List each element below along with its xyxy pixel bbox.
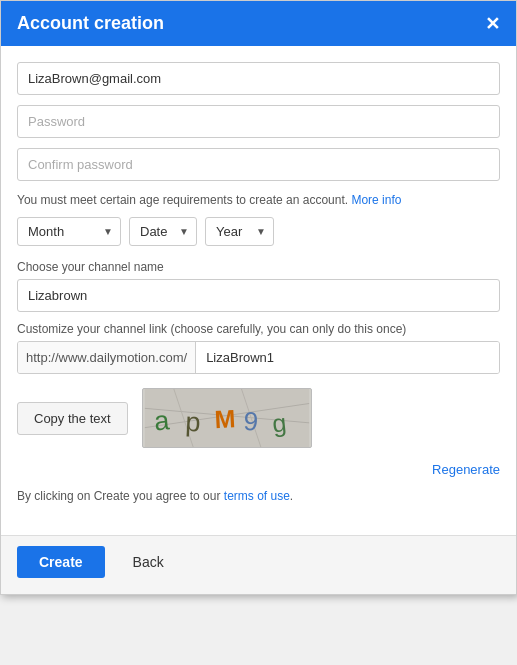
channel-name-wrap: Choose your channel name <box>17 260 500 312</box>
more-info-link[interactable]: More info <box>351 193 401 207</box>
create-button[interactable]: Create <box>17 546 105 578</box>
captcha-image: a p M 9 g <box>142 388 312 448</box>
channel-link-wrap: Customize your channel link (choose care… <box>17 322 500 374</box>
email-field-wrap <box>17 62 500 95</box>
captcha-row: Copy the text a p M 9 <box>17 388 500 448</box>
terms-link[interactable]: terms of use <box>224 489 290 503</box>
svg-text:9: 9 <box>242 406 259 437</box>
dialog-title: Account creation <box>17 13 164 34</box>
dialog-body: You must meet certain age requirements t… <box>1 46 516 535</box>
back-button[interactable]: Back <box>117 546 180 578</box>
channel-name-label: Choose your channel name <box>17 260 500 274</box>
copy-text-button[interactable]: Copy the text <box>17 402 128 435</box>
account-creation-dialog: Account creation ✕ You must meet certain… <box>0 0 517 595</box>
channel-link-input[interactable] <box>196 342 499 373</box>
regenerate-link[interactable]: Regenerate <box>432 462 500 477</box>
channel-name-input[interactable] <box>17 279 500 312</box>
confirm-password-field-wrap <box>17 148 500 181</box>
close-button[interactable]: ✕ <box>485 15 500 33</box>
channel-link-label: Customize your channel link (choose care… <box>17 322 500 336</box>
day-select[interactable]: Date 1234 5678 910 <box>129 217 197 246</box>
svg-text:g: g <box>270 408 287 437</box>
year-select-wrap: Year 200020012002 200320042005 ▼ <box>205 217 274 246</box>
dialog-footer: Create Back <box>1 535 516 594</box>
svg-text:p: p <box>184 407 201 438</box>
terms-period: . <box>290 489 293 503</box>
password-field-wrap <box>17 105 500 138</box>
age-notice: You must meet certain age requirements t… <box>17 191 500 209</box>
terms-prefix: By clicking on Create you agree to our <box>17 489 220 503</box>
year-select[interactable]: Year 200020012002 200320042005 <box>205 217 274 246</box>
channel-link-row: http://www.dailymotion.com/ <box>17 341 500 374</box>
age-notice-text: You must meet certain age requirements t… <box>17 193 348 207</box>
dialog-header: Account creation ✕ <box>1 1 516 46</box>
month-select-wrap: Month JanuaryFebruaryMarch AprilMayJune … <box>17 217 121 246</box>
email-input[interactable] <box>17 62 500 95</box>
regenerate-row: Regenerate <box>17 462 500 477</box>
date-select-wrap: Date 1234 5678 910 ▼ <box>129 217 197 246</box>
svg-text:M: M <box>213 404 235 433</box>
confirm-password-input[interactable] <box>17 148 500 181</box>
channel-link-prefix: http://www.dailymotion.com/ <box>18 342 196 373</box>
password-input[interactable] <box>17 105 500 138</box>
month-select[interactable]: Month JanuaryFebruaryMarch AprilMayJune … <box>17 217 121 246</box>
date-row: Month JanuaryFebruaryMarch AprilMayJune … <box>17 217 500 246</box>
terms-text: By clicking on Create you agree to our t… <box>17 487 500 505</box>
